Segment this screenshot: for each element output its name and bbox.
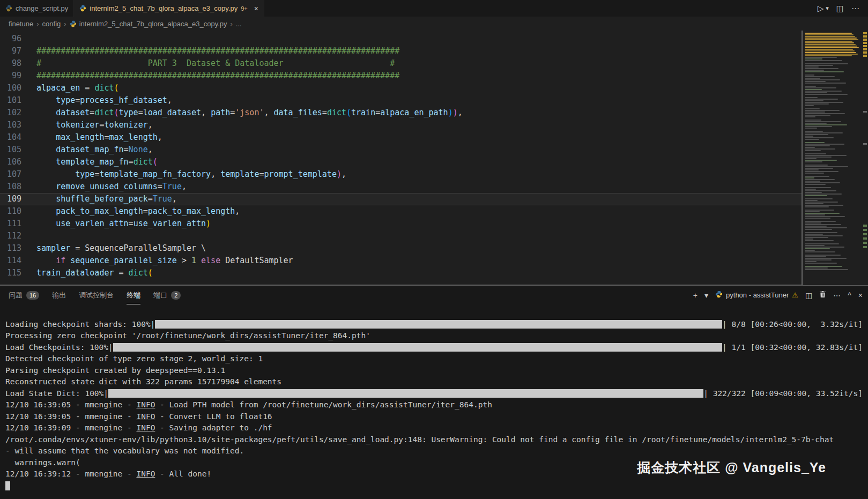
new-terminal-button[interactable]: + (693, 291, 698, 300)
terminal-text: INFO (136, 468, 155, 480)
terminal-line: 12/10 16:39:05 - mmengine - INFO - Conve… (5, 411, 863, 423)
terminal-text: INFO (136, 422, 155, 434)
breadcrumb-separator-icon: › (231, 20, 233, 28)
close-icon[interactable]: × (254, 4, 258, 13)
code-line[interactable]: 102 dataset=dict(type=load_dataset, path… (0, 107, 802, 119)
terminal-text: | 1/1 [00:32<00:00, 32.83s/it] (722, 342, 863, 354)
line-number: 111 (0, 218, 36, 230)
terminal-line: Detected checkpoint of type zero stage 2… (5, 353, 863, 365)
minimap-rows (805, 33, 859, 270)
terminal-line (5, 480, 863, 492)
panel-tab-label: 调试控制台 (79, 291, 114, 300)
line-number: 109 (0, 193, 36, 205)
line-number: 113 (0, 242, 36, 255)
progress-bar (113, 343, 722, 352)
progress-bar (155, 320, 722, 329)
breadcrumb-separator-icon: › (64, 20, 66, 28)
code-line[interactable]: 112 (0, 230, 802, 242)
line-number: 104 (0, 131, 36, 144)
python-icon (5, 5, 12, 12)
python-icon (715, 291, 723, 300)
panel-tab-输出[interactable]: 输出 (52, 286, 66, 304)
line-number: 107 (0, 168, 36, 181)
line-number: 112 (0, 230, 36, 242)
panel-tab-badge: 16 (26, 291, 39, 300)
panel-tab-终端[interactable]: 终端 (127, 286, 140, 304)
terminal-line: Load Checkpoints: 100%|| 1/1 [00:32<00:0… (5, 342, 863, 354)
code-line[interactable]: 107 type=template_map_fn_factory, templa… (0, 168, 802, 181)
python-icon (79, 5, 86, 12)
close-panel-button[interactable]: × (858, 291, 863, 300)
code-text: type=template_map_fn_factory, template=p… (36, 168, 802, 181)
editor-tab[interactable]: internlm2_5_chat_7b_qlora_alpaca_e3_copy… (74, 0, 264, 17)
code-text: type=process_hf_dataset, (36, 94, 802, 107)
code-line[interactable]: 110 pack_to_max_length=pack_to_max_lengt… (0, 205, 802, 218)
terminal-text: | 322/322 [00:09<00:00, 33.52it/s] (703, 388, 863, 400)
warning-icon: ⚠ (792, 291, 798, 299)
editor-more-button[interactable]: ⋯ (851, 4, 859, 13)
code-line[interactable]: 101 type=process_hf_dataset, (0, 94, 802, 107)
code-line[interactable]: 97######################################… (0, 45, 802, 57)
run-dropdown-button[interactable]: ▾ (826, 5, 829, 12)
editor-tab[interactable]: change_script.py (0, 0, 74, 17)
code-line[interactable]: 100alpaca_en = dict( (0, 82, 802, 94)
breadcrumb-separator-icon: › (36, 20, 39, 28)
code-line[interactable]: 111 use_varlen_attn=use_varlen_attn) (0, 218, 802, 230)
terminal-text: /root/.conda/envs/xtuner-env/lib/python3… (5, 434, 834, 446)
code-line[interactable]: 99######################################… (0, 70, 802, 82)
breadcrumb-label: finetune (9, 20, 33, 28)
code-line[interactable]: 96 (0, 33, 802, 45)
terminal-text: Parsing checkpoint created by deepspeed=… (5, 365, 225, 377)
terminal-text: warnings.warn( (5, 457, 80, 469)
code-text: template_map_fn=dict( (36, 156, 802, 168)
maximize-panel-button[interactable]: ^ (848, 291, 851, 300)
terminal-text: | 8/8 [00:26<00:00, 3.32s/it] (722, 319, 863, 331)
run-button[interactable]: ▷ (818, 4, 824, 13)
line-number: 99 (0, 70, 36, 82)
panel-tabs: 问题16输出调试控制台终端端口2 (9, 286, 181, 304)
terminal-line: Reconstructed state dict with 322 params… (5, 376, 863, 388)
line-number: 108 (0, 181, 36, 193)
terminal-text: 12/10 16:39:05 - mmengine - (5, 411, 136, 423)
code-text: remove_unused_columns=True, (36, 181, 802, 193)
split-editor-button[interactable]: ◫ (836, 4, 844, 13)
line-number: 98 (0, 57, 36, 70)
code-line[interactable]: 104 max_length=max_length, (0, 131, 802, 144)
panel-tab-label: 终端 (127, 291, 140, 300)
terminal-line (5, 307, 863, 319)
minimap[interactable] (803, 31, 868, 285)
code-line[interactable]: 108 remove_unused_columns=True, (0, 181, 802, 193)
breadcrumb-item[interactable]: config (42, 20, 61, 28)
editor-code[interactable]: 9697####################################… (0, 31, 803, 285)
panel-tab-问题[interactable]: 问题16 (9, 286, 39, 304)
terminal-text: 12/10 16:39:12 - mmengine - (5, 468, 136, 480)
code-line[interactable]: 103 tokenizer=tokenizer, (0, 119, 802, 131)
code-line[interactable]: 109 shuffle_before_pack=True, (0, 193, 802, 205)
code-line[interactable]: 105 dataset_map_fn=None, (0, 144, 802, 156)
terminal-text: Reconstructed state dict with 322 params… (5, 376, 281, 388)
kill-terminal-button[interactable] (819, 291, 826, 300)
breadcrumb-item[interactable]: finetune (9, 20, 33, 28)
terminal-line: - will assume that the vocabulary was no… (5, 445, 863, 457)
code-line[interactable]: 114 if sequence_parallel_size > 1 else D… (0, 255, 802, 267)
editor-tab-bar: change_script.pyinternlm2_5_chat_7b_qlor… (0, 0, 868, 17)
terminal-dropdown-button[interactable]: ▾ (704, 291, 708, 300)
split-terminal-button[interactable]: ◫ (805, 291, 812, 300)
breadcrumb-item[interactable]: internlm2_5_chat_7b_qlora_alpaca_e3_copy… (70, 20, 227, 28)
code-text (36, 230, 802, 242)
code-line[interactable]: 98# PART 3 Dataset & Dataloader # (0, 57, 802, 70)
code-line[interactable]: 106 template_map_fn=dict( (0, 156, 802, 168)
code-line[interactable]: 113sampler = SequenceParallelSampler \ (0, 242, 802, 255)
terminal-line: /root/.conda/envs/xtuner-env/lib/python3… (5, 434, 863, 446)
terminal-text: 12/10 16:39:05 - mmengine - (5, 399, 136, 411)
terminal-text: - Convert LLM to float16 (155, 411, 272, 423)
terminal-select[interactable]: python - assistTuner ⚠ (715, 291, 798, 300)
panel-more-button[interactable]: ⋯ (833, 291, 841, 300)
panel-tab-端口[interactable]: 端口2 (153, 286, 181, 304)
terminal-text: Load Checkpoints: 100%| (5, 342, 113, 354)
breadcrumb-symbol[interactable]: ... (236, 20, 242, 28)
code-text: ########################################… (36, 70, 802, 82)
panel-tab-调试控制台[interactable]: 调试控制台 (79, 286, 114, 304)
line-number: 115 (0, 267, 36, 279)
code-line[interactable]: 115train_dataloader = dict( (0, 267, 802, 279)
